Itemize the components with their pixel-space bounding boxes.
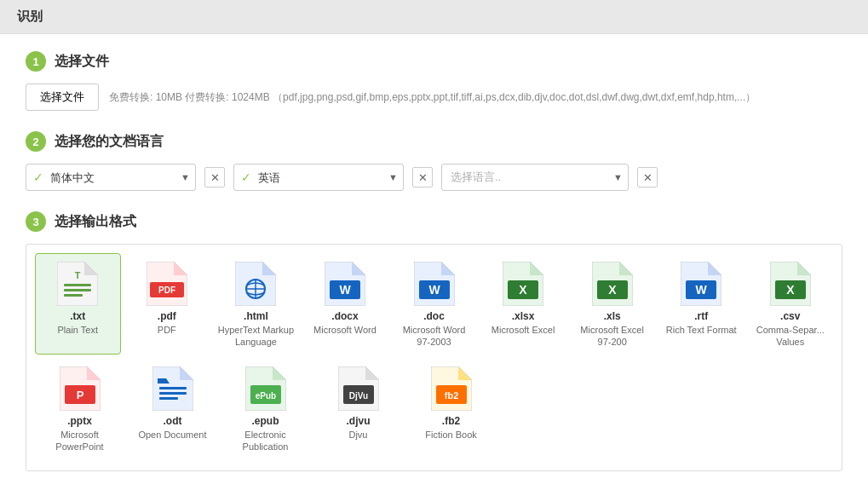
format-name-xlsx: Microsoft Excel (491, 324, 555, 336)
language-2-select-wrap: ✓ 英语 ▼ (233, 164, 404, 191)
svg-marker-53 (365, 366, 379, 380)
select-file-button[interactable]: 选择文件 (26, 84, 99, 111)
format-ext-djvu: .djvu (346, 415, 370, 427)
fb2-format-icon: fb2 (430, 366, 473, 412)
excel-format-icon: X (502, 261, 544, 307)
step1-section: 1 选择文件 选择文件 免费转换: 10MB 付费转换: 1024MB （pdf… (26, 51, 842, 111)
format-ext-epub: .epub (252, 415, 279, 427)
format-ext-csv: .csv (780, 310, 800, 322)
format-item-doc[interactable]: W .docMicrosoft Word 97-2003 (391, 253, 477, 355)
format-name-fb2: Fiction Book (425, 429, 477, 441)
svg-text:PDF: PDF (158, 285, 175, 295)
svg-text:fb2: fb2 (444, 390, 458, 401)
format-name-pptx: Microsoft PowerPoint (39, 429, 120, 453)
word-format-icon: W (413, 261, 456, 307)
format-item-xlsx[interactable]: X .xlsxMicrosoft Excel (480, 253, 566, 355)
svg-text:W: W (696, 283, 708, 297)
format-name-doc: Microsoft Word 97-2003 (395, 324, 473, 349)
svg-rect-3 (64, 289, 91, 291)
svg-text:W: W (428, 283, 440, 297)
lang2-remove-button[interactable]: ✕ (412, 167, 433, 187)
svg-rect-45 (159, 387, 187, 389)
format-name-docx: Microsoft Word (313, 324, 377, 336)
format-item-pptx[interactable]: P .pptxMicrosoft PowerPoint (35, 358, 124, 459)
page-title: 识别 (0, 0, 868, 34)
step2-header: 2 选择您的文档语言 (26, 131, 842, 152)
format-ext-docx: .docx (331, 310, 358, 322)
language-1-select-wrap: ✓ 简体中文 ▼ (26, 164, 196, 191)
svg-text:P: P (76, 389, 83, 401)
format-item-pdf[interactable]: PDF .pdfPDF (124, 253, 210, 355)
formats-row-1: T .txtPlain Text PDF .pdfPDF .htmlHyperT… (35, 253, 833, 355)
lang3-remove-button[interactable]: ✕ (637, 167, 658, 187)
format-item-csv[interactable]: X .csvComma-Separ... Values (748, 253, 834, 355)
step3-title: 选择输出格式 (55, 213, 136, 231)
svg-marker-11 (262, 262, 276, 275)
format-item-xls[interactable]: X .xlsMicrosoft Excel 97-200 (569, 253, 655, 355)
svg-rect-46 (159, 392, 187, 395)
word-format-icon: W (680, 261, 722, 307)
file-info-text: 免费转换: 10MB 付费转换: 1024MB （pdf,jpg,png,psd… (109, 90, 756, 105)
lang1-remove-button[interactable]: ✕ (204, 167, 225, 187)
format-item-html[interactable]: .htmlHyperText Markup Language (213, 253, 299, 355)
format-item-txt[interactable]: T .txtPlain Text (35, 253, 121, 355)
txt-format-icon: T (56, 261, 99, 307)
pdf-format-icon: PDF (146, 261, 188, 307)
format-ext-pdf: .pdf (158, 310, 176, 322)
step1-header: 1 选择文件 (26, 51, 842, 72)
svg-text:ePub: ePub (255, 391, 275, 401)
svg-rect-47 (159, 397, 178, 400)
format-ext-doc: .doc (423, 310, 445, 322)
format-item-odt[interactable]: .odtOpen Document (128, 358, 217, 459)
svg-text:X: X (608, 283, 617, 297)
step2-badge: 2 (26, 131, 46, 152)
svg-rect-4 (64, 294, 83, 297)
excel-format-icon: X (769, 261, 812, 307)
format-item-fb2[interactable]: fb2 .fb2Fiction Book (406, 358, 496, 459)
format-item-rtf[interactable]: W .rtfRich Text Format (658, 253, 744, 355)
format-item-docx[interactable]: W .docxMicrosoft Word (302, 253, 388, 355)
svg-marker-16 (352, 262, 365, 275)
format-ext-odt: .odt (164, 415, 182, 427)
format-ext-pptx: .pptx (67, 415, 92, 427)
svg-text:T: T (75, 270, 81, 280)
format-ext-fb2: .fb2 (442, 415, 460, 427)
svg-marker-44 (180, 366, 193, 380)
step2-title: 选择您的文档语言 (55, 133, 164, 151)
format-name-txt: Plain Text (58, 324, 99, 336)
odt-format-icon (152, 366, 194, 412)
lang1-arrow-icon: ▼ (175, 172, 195, 182)
excel-format-icon: X (591, 261, 634, 307)
step3-badge: 3 (26, 211, 46, 232)
word-format-icon: W (324, 261, 366, 307)
file-select-row: 选择文件 免费转换: 10MB 付费转换: 1024MB （pdf,jpg,pn… (26, 84, 842, 111)
step1-badge: 1 (26, 51, 46, 72)
language-2-select[interactable]: 英语 (258, 171, 383, 184)
step3-header: 3 选择输出格式 (26, 211, 842, 232)
format-ext-xls: .xls (604, 310, 621, 322)
formats-row-2: P .pptxMicrosoft PowerPoint .odtOpen Doc… (35, 358, 833, 459)
html-format-icon (234, 261, 277, 307)
format-ext-txt: .txt (70, 310, 85, 322)
step2-section: 2 选择您的文档语言 ✓ 简体中文 ▼ ✕ ✓ 英语 ▼ ✕ (26, 131, 842, 191)
language-3-select-wrap[interactable]: 选择语言.. ▼ (441, 164, 629, 191)
formats-panel: T .txtPlain Text PDF .pdfPDF .htmlHyperT… (26, 244, 842, 471)
step1-title: 选择文件 (55, 53, 109, 71)
step3-section: 3 选择输出格式 T .txtPlain Text PDF .pdfPDF .h… (26, 211, 842, 471)
lang1-check-icon: ✓ (26, 170, 50, 184)
format-ext-xlsx: .xlsx (512, 310, 535, 322)
svg-text:W: W (339, 283, 351, 297)
language-selects: ✓ 简体中文 ▼ ✕ ✓ 英语 ▼ ✕ 选择语言.. ▼ ✕ (26, 164, 842, 191)
format-item-djvu[interactable]: DjVu .djvuDjvu (313, 358, 403, 459)
language-1-select[interactable]: 简体中文 (50, 171, 175, 184)
format-name-djvu: Djvu (348, 429, 367, 441)
svg-text:X: X (786, 283, 795, 297)
svg-text:DjVu: DjVu (348, 391, 367, 401)
lang3-arrow-icon: ▼ (608, 172, 628, 182)
format-name-csv: Comma-Separ... Values (752, 324, 830, 349)
ppt-format-icon: P (59, 366, 101, 412)
format-name-html: HyperText Markup Language (217, 324, 295, 349)
epub-format-icon: ePub (244, 366, 287, 412)
svg-marker-49 (273, 366, 286, 380)
format-item-epub[interactable]: ePub .epubElectronic Publication (221, 358, 310, 459)
